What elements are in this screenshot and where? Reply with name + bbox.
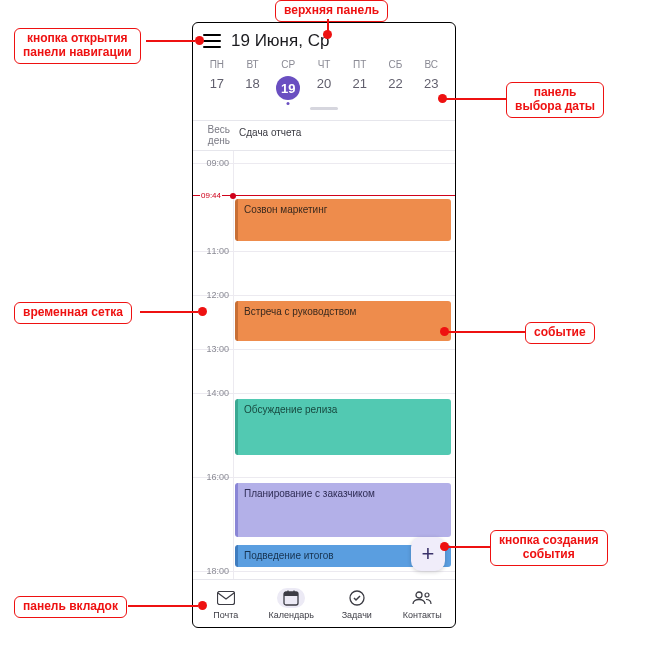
annotation: панель вкладок <box>14 596 127 618</box>
event-block[interactable]: Встреча с руководством <box>235 301 451 341</box>
now-indicator: 09:44 <box>193 195 455 196</box>
annotation: временная сетка <box>14 302 132 324</box>
hour-line: 18:00 <box>193 571 455 579</box>
tab-contacts[interactable]: Контакты <box>390 580 456 627</box>
hour-line: 11:00 <box>193 251 455 295</box>
day-cell[interactable]: 17 <box>199 72 235 104</box>
create-event-button[interactable]: + <box>411 537 445 571</box>
allday-row: Весь день Сдача отчета <box>193 120 455 151</box>
hour-line: 13:00 <box>193 349 455 393</box>
hour-label: 09:00 <box>193 158 233 168</box>
date-picker-panel: ПН ВТ СР ЧТ ПТ СБ ВС 17 18 19 20 21 22 2… <box>193 55 455 120</box>
people-icon <box>408 588 436 608</box>
event-block[interactable]: Созвон маркетинг <box>235 199 451 241</box>
weekday-row: ПН ВТ СР ЧТ ПТ СБ ВС <box>199 57 449 72</box>
hour-label: 18:00 <box>193 566 233 576</box>
page-title: 19 Июня, Ср <box>231 31 329 51</box>
svg-rect-0 <box>217 591 234 604</box>
weekday: СР <box>270 57 306 72</box>
annotation: панель выбора даты <box>506 82 604 118</box>
tab-label: Почта <box>213 610 238 620</box>
event-block[interactable]: Планирование с заказчиком <box>235 483 451 537</box>
annotation: кнопка открытия панели навигации <box>14 28 141 64</box>
menu-icon[interactable] <box>203 34 221 48</box>
weekday: ВС <box>413 57 449 72</box>
day-cell[interactable]: 22 <box>378 72 414 104</box>
hour-label: 11:00 <box>193 246 233 256</box>
weekday: СБ <box>378 57 414 72</box>
svg-point-7 <box>425 593 429 597</box>
hour-label: 14:00 <box>193 388 233 398</box>
allday-label: Весь день <box>193 121 233 150</box>
calendar-icon <box>277 588 305 608</box>
tab-label: Контакты <box>403 610 442 620</box>
hour-label: 16:00 <box>193 472 233 482</box>
now-label: 09:44 <box>200 191 222 200</box>
allday-event[interactable]: Сдача отчета <box>233 121 455 150</box>
tab-label: Задачи <box>342 610 372 620</box>
phone-frame: 19 Июня, Ср ПН ВТ СР ЧТ ПТ СБ ВС 17 18 1… <box>192 22 456 628</box>
annotation: событие <box>525 322 595 344</box>
tab-label: Календарь <box>269 610 314 620</box>
hour-label: 13:00 <box>193 344 233 354</box>
annotation: верхняя панель <box>275 0 388 22</box>
weekday: ВТ <box>235 57 271 72</box>
annotation: кнопка создания события <box>490 530 608 566</box>
tab-calendar[interactable]: Календарь <box>259 580 325 627</box>
weekday: ПТ <box>342 57 378 72</box>
daynum-row: 17 18 19 20 21 22 23 <box>199 72 449 104</box>
tab-bar: Почта Календарь Задачи Контакты <box>193 579 455 627</box>
svg-point-6 <box>416 592 422 598</box>
day-cell-selected[interactable]: 19 <box>270 72 306 104</box>
day-cell[interactable]: 18 <box>235 72 271 104</box>
mail-icon <box>212 588 240 608</box>
weekday: ПН <box>199 57 235 72</box>
time-grid[interactable]: 09:00 09:44 Созвон маркетинг 11:00 12:00… <box>193 151 455 579</box>
check-circle-icon <box>343 588 371 608</box>
plus-icon: + <box>422 541 435 567</box>
top-bar: 19 Июня, Ср <box>193 23 455 55</box>
event-block[interactable]: Обсуждение релиза <box>235 399 451 455</box>
hour-label: 12:00 <box>193 290 233 300</box>
day-cell[interactable]: 21 <box>342 72 378 104</box>
svg-rect-2 <box>284 592 298 596</box>
drag-handle[interactable] <box>310 107 338 110</box>
tab-tasks[interactable]: Задачи <box>324 580 390 627</box>
day-cell[interactable]: 20 <box>306 72 342 104</box>
weekday: ЧТ <box>306 57 342 72</box>
